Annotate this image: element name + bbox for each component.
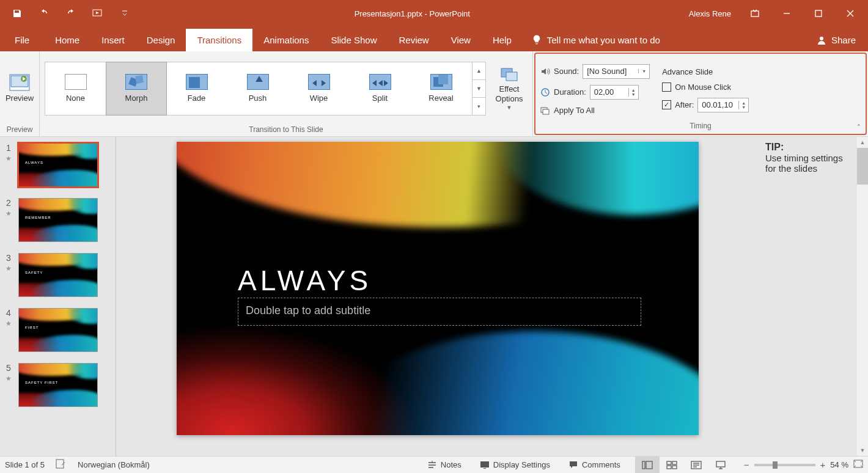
tab-file[interactable]: File bbox=[0, 29, 44, 51]
sound-dropdown[interactable]: [No Sound]▼ bbox=[583, 64, 650, 79]
transition-morph[interactable]: Morph bbox=[106, 62, 167, 116]
gallery-up-icon[interactable]: ▲ bbox=[473, 62, 485, 80]
title-bar: Presentasjon1.pptx - PowerPoint Alexis R… bbox=[0, 0, 868, 27]
slide-title[interactable]: ALWAYS bbox=[238, 264, 372, 297]
thumbnail-row: 4★ FIRST bbox=[4, 308, 112, 352]
tab-home[interactable]: Home bbox=[44, 29, 90, 51]
fit-to-window-button[interactable] bbox=[853, 460, 863, 470]
redo-icon[interactable] bbox=[60, 4, 82, 23]
star-icon[interactable]: ★ bbox=[6, 320, 12, 328]
star-icon[interactable]: ★ bbox=[6, 265, 12, 273]
svg-rect-15 bbox=[642, 461, 645, 469]
close-icon[interactable] bbox=[836, 4, 864, 23]
tab-review[interactable]: Review bbox=[388, 29, 440, 51]
slide-thumbnail-5[interactable]: SAFETY FIRST bbox=[18, 363, 98, 407]
slide-canvas[interactable]: ALWAYS Double tap to add subtitle bbox=[177, 142, 699, 435]
qat-customize-icon[interactable] bbox=[114, 4, 136, 23]
slideshow-view-button[interactable] bbox=[708, 457, 733, 474]
slide-thumbnail-1[interactable]: ALWAYS bbox=[18, 143, 98, 187]
svg-rect-17 bbox=[667, 461, 671, 464]
user-name[interactable]: Alexis Rene bbox=[683, 9, 737, 18]
effect-options-button[interactable]: Effect Options ▼ bbox=[488, 62, 530, 116]
subtitle-placeholder[interactable]: Double tap to add subtitle bbox=[238, 298, 641, 326]
zoom-out-button[interactable]: − bbox=[744, 460, 749, 470]
svg-rect-16 bbox=[646, 461, 652, 469]
collapse-ribbon-icon[interactable]: ˄ bbox=[853, 122, 864, 133]
tab-help[interactable]: Help bbox=[482, 29, 523, 51]
tab-slideshow[interactable]: Slide Show bbox=[320, 29, 388, 51]
minimize-icon[interactable] bbox=[773, 4, 801, 23]
transition-wipe[interactable]: Wipe bbox=[289, 62, 350, 115]
notes-button[interactable]: Notes bbox=[424, 457, 465, 473]
transition-fade[interactable]: Fade bbox=[166, 62, 227, 115]
on-mouse-click-checkbox[interactable]: On Mouse Click bbox=[662, 82, 749, 92]
scroll-thumb[interactable] bbox=[857, 148, 868, 185]
title-right: Alexis Rene bbox=[683, 4, 868, 23]
transition-push[interactable]: Push bbox=[227, 62, 289, 115]
normal-view-button[interactable] bbox=[635, 457, 660, 474]
thumbnail-row: 3★ SAFETY bbox=[4, 253, 112, 297]
scroll-up-icon[interactable]: ▲ bbox=[857, 137, 868, 148]
tab-animations[interactable]: Animations bbox=[252, 29, 320, 51]
thumbnail-row: 5★ SAFETY FIRST bbox=[4, 363, 112, 407]
after-input[interactable]: 00.01,10▲▼ bbox=[697, 98, 749, 112]
tell-me-search[interactable]: Tell me what you want to do bbox=[523, 34, 669, 51]
slide-area[interactable]: ALWAYS Double tap to add subtitle bbox=[116, 137, 759, 456]
spin-up-icon[interactable]: ▲ bbox=[739, 101, 748, 105]
star-icon[interactable]: ★ bbox=[6, 155, 12, 163]
tab-design[interactable]: Design bbox=[136, 29, 186, 51]
apply-all-icon bbox=[540, 106, 550, 116]
tip-heading: TIP: bbox=[765, 142, 784, 152]
gallery-down-icon[interactable]: ▼ bbox=[473, 80, 485, 98]
slide-thumbnail-4[interactable]: FIRST bbox=[18, 308, 98, 352]
notes-icon bbox=[427, 460, 437, 470]
svg-rect-11 bbox=[543, 109, 549, 114]
vertical-scrollbar[interactable]: ▲ ▼ bbox=[857, 137, 868, 456]
transition-split[interactable]: Split bbox=[350, 62, 411, 115]
spell-check-icon[interactable] bbox=[56, 459, 67, 471]
apply-to-all-button[interactable]: Apply To All bbox=[540, 106, 650, 116]
sound-icon bbox=[540, 67, 550, 76]
after-checkbox[interactable] bbox=[662, 100, 671, 109]
zoom-slider[interactable] bbox=[754, 464, 815, 466]
transition-reveal[interactable]: Reveal bbox=[411, 62, 472, 115]
tab-transitions[interactable]: Transitions bbox=[186, 29, 252, 51]
save-icon[interactable] bbox=[6, 4, 28, 23]
slide-number: 1 bbox=[6, 143, 11, 153]
gallery-more-icon[interactable]: ▾ bbox=[473, 98, 485, 115]
spin-down-icon[interactable]: ▼ bbox=[739, 105, 748, 109]
slide-number: 2 bbox=[6, 198, 11, 208]
zoom-level[interactable]: 54 % bbox=[830, 460, 848, 469]
reading-view-button[interactable] bbox=[684, 457, 708, 474]
spin-up-icon[interactable]: ▲ bbox=[629, 88, 638, 92]
transition-none[interactable]: None bbox=[45, 62, 106, 115]
lightbulb-icon bbox=[531, 34, 542, 45]
start-from-beginning-icon[interactable] bbox=[87, 4, 109, 23]
share-button[interactable]: Share bbox=[804, 35, 868, 51]
scroll-down-icon[interactable]: ▼ bbox=[857, 445, 868, 456]
display-settings-button[interactable]: Display Settings bbox=[476, 457, 554, 473]
comments-button[interactable]: Comments bbox=[565, 457, 624, 473]
slide-thumbnail-2[interactable]: REMEMBER bbox=[18, 198, 98, 242]
tab-view[interactable]: View bbox=[440, 29, 482, 51]
star-icon[interactable]: ★ bbox=[6, 210, 12, 218]
preview-button[interactable]: Preview bbox=[2, 62, 37, 116]
ribbon: Preview Preview None Morph Fade Push Wip… bbox=[0, 51, 868, 137]
slide-counter[interactable]: Slide 1 of 5 bbox=[5, 460, 45, 469]
spin-down-icon[interactable]: ▼ bbox=[629, 92, 638, 97]
zoom-in-button[interactable]: + bbox=[820, 460, 826, 470]
slide-thumbnail-3[interactable]: SAFETY bbox=[18, 253, 98, 297]
zoom-slider-thumb[interactable] bbox=[773, 461, 778, 469]
tab-insert[interactable]: Insert bbox=[90, 29, 136, 51]
svg-rect-8 bbox=[506, 72, 517, 81]
maximize-icon[interactable] bbox=[804, 4, 833, 23]
duration-input[interactable]: 02,00▲▼ bbox=[590, 85, 639, 100]
slide-thumbnail-panel[interactable]: 1★ ALWAYS 2★ REMEMBER 3★ SAFETY 4★ FIRST… bbox=[0, 137, 116, 456]
undo-icon[interactable] bbox=[33, 4, 55, 23]
ribbon-tabs: File Home Insert Design Transitions Anim… bbox=[0, 27, 868, 51]
language-indicator[interactable]: Norwegian (Bokmål) bbox=[78, 460, 150, 469]
star-icon[interactable]: ★ bbox=[6, 375, 12, 383]
preview-icon bbox=[9, 74, 30, 91]
ribbon-display-icon[interactable] bbox=[741, 4, 769, 23]
slide-sorter-button[interactable] bbox=[660, 457, 684, 474]
